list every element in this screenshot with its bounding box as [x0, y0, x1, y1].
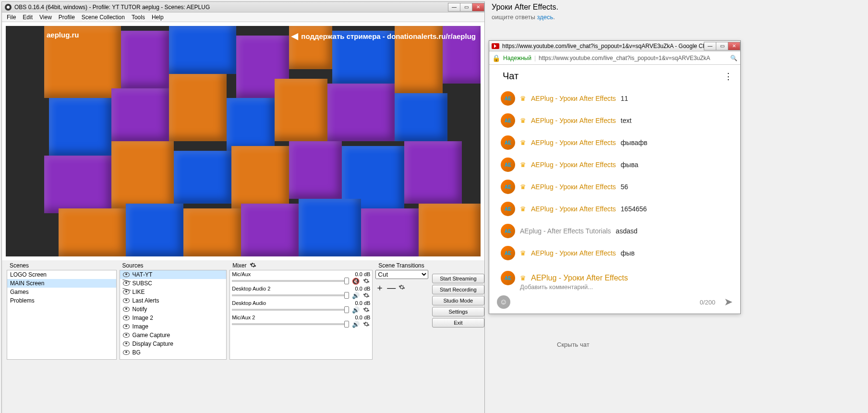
volume-slider[interactable]: [232, 323, 349, 325]
menu-tools[interactable]: Tools: [132, 14, 145, 21]
source-item[interactable]: SUBSC: [120, 279, 227, 288]
lock-icon: 🔒: [492, 54, 500, 62]
source-label: Image: [133, 323, 148, 330]
send-button[interactable]: ➤: [724, 296, 733, 308]
chrome-url[interactable]: https://www.youtube.com/live_chat?is_pop…: [539, 55, 727, 61]
source-item[interactable]: Game Capture: [120, 331, 227, 340]
chat-author[interactable]: AEPlug - Уроки After Effects: [531, 161, 616, 169]
crown-icon: ♛: [520, 161, 526, 169]
obs-preview[interactable]: aeplug.ru ◀ поддержать стримера - donati…: [6, 26, 481, 256]
chat-author[interactable]: AEPlug - Уроки After Effects: [531, 117, 616, 124]
emoji-button[interactable]: ☺: [497, 295, 510, 309]
chat-author[interactable]: AEPlug - Уроки After Effects: [531, 183, 616, 191]
mixer-channel-name: Mic/Aux: [232, 271, 251, 277]
gear-icon[interactable]: [362, 306, 370, 314]
settings-button[interactable]: Settings: [432, 307, 484, 316]
mixer-channel-name: Desktop Audio: [232, 300, 266, 306]
minimize-button[interactable]: —: [448, 3, 460, 12]
obs-titlebar[interactable]: OBS 0.16.4 (64bit, windows) - Profile: Y…: [2, 2, 484, 12]
speaker-icon[interactable]: 🔊: [352, 306, 360, 314]
eye-icon[interactable]: [123, 298, 130, 303]
bg-link[interactable]: здесь: [537, 13, 553, 21]
eye-icon[interactable]: [123, 272, 130, 277]
scene-item[interactable]: Problems: [7, 296, 116, 305]
transition-add-button[interactable]: ＋: [375, 282, 384, 293]
eye-icon[interactable]: [123, 324, 130, 329]
mixer-channel-db: 0.0 dB: [355, 315, 371, 320]
chat-text: фыв: [621, 249, 635, 257]
chat-author[interactable]: AEPlug - Уроки After Effects: [531, 139, 616, 146]
speaker-icon[interactable]: 🔊: [352, 292, 360, 299]
avatar: AE: [501, 224, 515, 238]
chat-input[interactable]: Добавить комментарий...: [520, 283, 733, 291]
chrome-address-bar[interactable]: 🔒 Надежный | https://www.youtube.com/liv…: [489, 51, 740, 65]
scenes-panel: Scenes LOGO ScreenMAIN ScreenGamesProble…: [7, 261, 117, 360]
eye-icon[interactable]: [123, 316, 130, 320]
close-button[interactable]: ✕: [472, 3, 484, 12]
chat-author[interactable]: AEplug - After Effects Tutorials: [520, 227, 611, 235]
source-item[interactable]: Notify: [120, 305, 227, 314]
start-recording-button[interactable]: Start Recording: [432, 285, 484, 294]
search-icon[interactable]: 🔍: [730, 55, 737, 61]
chat-author[interactable]: AEPlug - Уроки After Effects: [531, 95, 616, 102]
source-item[interactable]: ЧАТ-YT: [120, 270, 227, 279]
eye-icon[interactable]: [123, 333, 130, 338]
chrome-minimize-button[interactable]: —: [704, 42, 716, 50]
source-item[interactable]: Image 2: [120, 314, 227, 322]
volume-slider[interactable]: [232, 309, 349, 311]
transition-settings-button[interactable]: [398, 283, 405, 293]
chrome-close-button[interactable]: ✕: [728, 42, 740, 50]
menu-view[interactable]: View: [39, 14, 52, 21]
source-item[interactable]: LIKE: [120, 288, 227, 296]
chat-menu-button[interactable]: ⋮: [724, 71, 733, 82]
transition-select[interactable]: Cut: [375, 270, 428, 279]
speaker-icon[interactable]: 🔊: [352, 320, 360, 328]
scene-item[interactable]: LOGO Screen: [7, 270, 116, 279]
eye-icon[interactable]: [123, 290, 130, 294]
menu-scene-collection[interactable]: Scene Collection: [82, 14, 125, 21]
studio-mode-button[interactable]: Studio Mode: [432, 296, 484, 305]
source-item[interactable]: Image: [120, 322, 227, 331]
gear-icon[interactable]: [362, 277, 370, 285]
chrome-maximize-button[interactable]: ▭: [716, 42, 728, 50]
menu-help[interactable]: Help: [152, 14, 164, 21]
chrome-titlebar[interactable]: https://www.youtube.com/live_chat?is_pop…: [489, 41, 740, 51]
avatar: AE: [501, 246, 515, 260]
source-label: BG: [133, 349, 141, 356]
gear-icon[interactable]: [250, 262, 256, 270]
transition-remove-button[interactable]: —: [387, 283, 396, 293]
eye-icon[interactable]: [123, 350, 130, 355]
eye-icon[interactable]: [123, 307, 130, 312]
eye-icon[interactable]: [123, 281, 130, 286]
chat-message: AE♛AEPlug - Уроки After Effectstext: [501, 109, 735, 132]
source-item[interactable]: Last Alerts: [120, 296, 227, 305]
scenes-list[interactable]: LOGO ScreenMAIN ScreenGamesProblems: [7, 270, 117, 360]
mixer-channel: Desktop Audio 20.0 dB🔊: [232, 286, 370, 299]
eye-icon[interactable]: [123, 341, 130, 346]
source-item[interactable]: BG: [120, 348, 227, 357]
chat-heading: Чат: [503, 71, 518, 82]
scene-item[interactable]: Games: [7, 288, 116, 296]
chat-author[interactable]: AEPlug - Уроки After Effects: [531, 249, 616, 257]
chat-list[interactable]: AE♛AEPlug - Уроки After Effects11AE♛AEPl…: [489, 86, 740, 269]
gear-icon[interactable]: [362, 292, 370, 299]
chat-message: AE♛AEPlug - Уроки After Effects1654656: [501, 198, 735, 220]
hide-chat-button[interactable]: Скрыть чат: [557, 341, 590, 348]
menu-profile[interactable]: Profile: [59, 14, 75, 21]
scene-item[interactable]: MAIN Screen: [7, 279, 116, 288]
sources-list[interactable]: ЧАТ-YTSUBSCLIKELast AlertsNotifyImage 2I…: [120, 270, 227, 360]
exit-button[interactable]: Exit: [432, 318, 484, 328]
bg-page-subtitle: оищите ответы здесь.: [492, 13, 555, 21]
speaker-icon[interactable]: 🔇: [352, 277, 360, 285]
start-streaming-button[interactable]: Start Streaming: [432, 274, 484, 283]
maximize-button[interactable]: ▭: [460, 3, 472, 12]
sources-header: Sources: [120, 261, 227, 270]
gear-icon[interactable]: [362, 320, 370, 328]
volume-slider[interactable]: [232, 294, 349, 296]
chat-author[interactable]: AEPlug - Уроки After Effects: [531, 205, 616, 213]
volume-slider[interactable]: [232, 280, 349, 282]
menu-edit[interactable]: Edit: [23, 14, 33, 21]
source-item[interactable]: Display Capture: [120, 340, 227, 348]
menu-file[interactable]: File: [7, 14, 16, 21]
self-avatar: AE: [501, 271, 515, 285]
